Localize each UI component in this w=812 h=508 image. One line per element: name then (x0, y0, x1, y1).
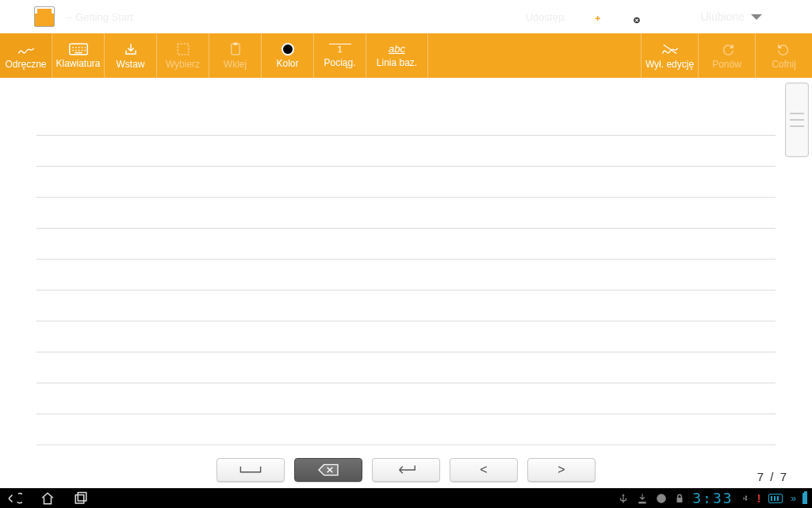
page-scroll-thumb[interactable] (785, 83, 809, 157)
backspace-icon (317, 464, 339, 476)
share-icon (507, 10, 521, 24)
favorites-dropdown[interactable]: Ulubione (690, 10, 773, 23)
insert-icon (123, 42, 139, 56)
grid-view-button[interactable] (653, 0, 690, 33)
tool-select: Wybierz (157, 33, 209, 78)
bt-icon (741, 493, 749, 504)
usb-icon (618, 493, 629, 504)
grid-icon (665, 10, 679, 24)
tool-stroke-label: Pociąg. (324, 57, 355, 68)
color-swatch-icon (282, 43, 294, 56)
status-clock: 3:33 (692, 490, 733, 506)
tool-undo-label: Cofnij (772, 59, 796, 70)
tool-paste: Wklej (209, 33, 262, 78)
app-icon (34, 6, 55, 27)
more-icon: » (791, 493, 795, 504)
system-navbar: 3:33 ! » (0, 488, 812, 508)
redo-icon (719, 42, 735, 56)
nav-home-icon[interactable] (40, 491, 56, 506)
battery-icon (802, 493, 807, 504)
page-sep: / (770, 470, 775, 483)
ime-icon (768, 494, 783, 503)
page-total: 7 (780, 470, 788, 483)
space-button[interactable] (216, 458, 285, 482)
tool-stroke[interactable]: 1 Pociąg. (314, 33, 366, 78)
tool-redo-label: Ponów (712, 59, 741, 70)
lock-icon (675, 493, 684, 504)
paste-icon (228, 42, 243, 56)
tool-insert[interactable]: Wstaw (105, 33, 157, 78)
page-add-button[interactable] (578, 0, 615, 33)
edit-off-icon (661, 42, 679, 56)
keyboard-icon (69, 43, 88, 56)
share-label: Udostęp. (526, 11, 567, 23)
tool-paste-label: Wklej (224, 59, 247, 70)
page-delete-icon (627, 9, 642, 25)
overflow-menu-button[interactable] (773, 0, 812, 33)
nav-back-icon[interactable] (5, 491, 22, 506)
share-button[interactable]: Udostęp. (496, 0, 578, 33)
tool-freehand-label: Odręczne (5, 59, 46, 70)
space-icon (239, 465, 262, 475)
page-counter: 7 / 7 (757, 470, 788, 483)
svg-rect-3 (231, 44, 239, 55)
svg-rect-6 (78, 492, 86, 501)
menu-icon (785, 10, 801, 23)
tool-insert-label: Wstaw (117, 59, 145, 70)
undo-icon (776, 42, 792, 56)
svg-rect-5 (75, 495, 84, 503)
tool-keyboard-label: Klawiatura (56, 58, 100, 69)
note-canvas[interactable] (0, 78, 812, 452)
tool-freehand[interactable]: Odręczne (0, 33, 52, 78)
app-titlebar: ‹ -- Getting Start Udostęp. Ulubione (0, 0, 812, 33)
back-button[interactable]: ‹ (5, 8, 23, 26)
ruled-lines (36, 105, 776, 452)
tool-undo: Cofnij (755, 33, 812, 78)
sync-icon (656, 493, 667, 504)
download-icon (637, 493, 648, 504)
tool-baseline-label: Linia baz. (377, 57, 417, 68)
prev-button[interactable]: < (450, 458, 518, 482)
enter-button[interactable] (372, 458, 440, 482)
select-icon (175, 42, 191, 56)
tool-select-label: Wybierz (166, 59, 200, 70)
input-controls: < > 7 / 7 (0, 452, 812, 488)
enter-icon (395, 464, 417, 475)
backspace-button[interactable] (294, 458, 362, 482)
tool-toggle-edit[interactable]: Wył. edycję (641, 33, 698, 78)
alert-icon: ! (757, 492, 761, 505)
page-add-icon (590, 9, 604, 25)
dropdown-icon (751, 14, 762, 20)
tool-keyboard[interactable]: Klawiatura (52, 33, 105, 78)
stroke-width-icon: 1 (329, 44, 351, 55)
tool-color[interactable]: Kolor (262, 33, 314, 78)
document-title: -- Getting Start (66, 11, 133, 23)
tool-toggle-edit-label: Wył. edycję (645, 59, 694, 70)
favorites-label: Ulubione (701, 10, 745, 23)
baseline-icon: abc (389, 43, 405, 55)
page-delete-button[interactable] (615, 0, 653, 33)
freehand-icon (17, 42, 35, 56)
tool-baseline[interactable]: abc Linia baz. (366, 33, 428, 78)
svg-rect-2 (178, 44, 189, 55)
svg-rect-4 (233, 42, 237, 44)
page-current: 7 (757, 470, 765, 483)
tool-redo: Ponów (698, 33, 755, 78)
tool-color-label: Kolor (276, 58, 298, 69)
nav-recent-icon[interactable] (73, 491, 89, 506)
next-button[interactable]: > (527, 458, 596, 482)
edit-toolbar: Odręczne Klawiatura Wstaw Wybierz Wklej … (0, 33, 812, 78)
